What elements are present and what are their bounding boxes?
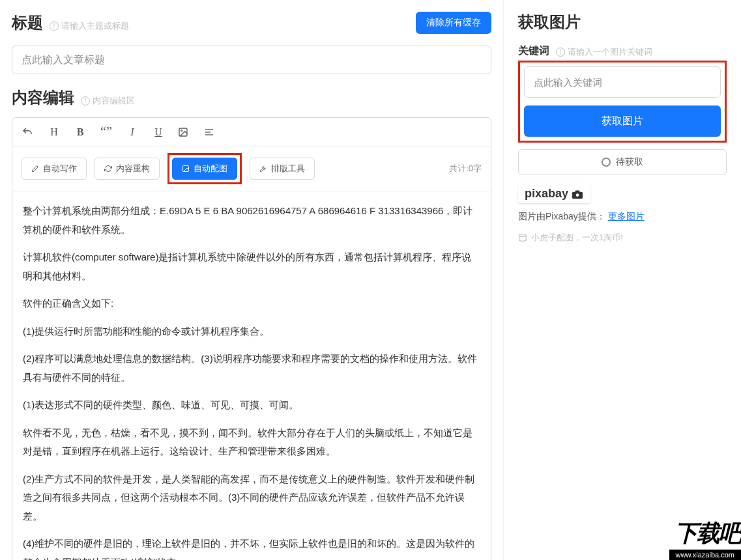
more-images-link[interactable]: 更多图片 xyxy=(608,211,645,221)
refresh-icon xyxy=(104,165,112,173)
restructure-button[interactable]: 内容重构 xyxy=(94,158,160,180)
content-paragraph: (2)生产方式不同的软件是开发，是人类智能的高发挥，而不是传统意义上的硬件制造。… xyxy=(23,470,480,526)
content-edit-label: 内容编辑 xyxy=(12,87,74,108)
get-image-button[interactable]: 获取图片 xyxy=(524,105,721,137)
disk-note: 小虎子配图，一次1淘币! xyxy=(518,232,727,244)
clear-cache-button[interactable]: 清除所有缓存 xyxy=(416,12,491,34)
title-label: 标题 xyxy=(12,12,43,33)
svg-point-6 xyxy=(576,193,579,197)
keyword-label: 关键词 xyxy=(518,44,549,58)
tool-icon xyxy=(259,165,267,173)
bold-icon[interactable]: B xyxy=(74,126,87,138)
content-edit-hint: ! 内容编辑区 xyxy=(81,95,135,107)
title-input[interactable] xyxy=(12,46,491,74)
keyword-highlight-box: 获取图片 xyxy=(518,61,727,143)
info-icon: ! xyxy=(556,48,565,57)
auto-image-highlight: 自动配图 xyxy=(167,153,242,184)
content-edit-header: 内容编辑 ! 内容编辑区 xyxy=(12,87,491,108)
auto-image-button[interactable]: 自动配图 xyxy=(172,158,237,180)
image-icon xyxy=(182,165,190,173)
content-paragraph: 软件的正确含义如下: xyxy=(23,294,480,313)
editor-content[interactable]: 整个计算机系统由两部分组成：E.69DA 5 E 6 BA 9062616964… xyxy=(12,191,491,560)
heading-icon[interactable]: H xyxy=(48,126,61,138)
action-toolbar: 自动写作 内容重构 自动配图 排版工具 共计:0字 xyxy=(12,147,491,191)
camera-icon xyxy=(571,189,584,199)
svg-point-1 xyxy=(181,130,182,131)
svg-point-7 xyxy=(519,234,527,237)
content-paragraph: (2)程序可以满意地处理信息的数据结构。(3)说明程序功能要求和程序需要的文档的… xyxy=(23,350,480,387)
pixabay-badge: pixabay xyxy=(518,184,590,203)
content-paragraph: (1)表达形式不同的硬件类型、颜色、味道、可见、可摸、可闻。 xyxy=(23,396,480,415)
content-paragraph: 整个计算机系统由两部分组成：E.69DA 5 E 6 BA 9062616964… xyxy=(23,202,480,239)
word-count: 共计:0字 xyxy=(449,163,482,175)
keyword-hint: ! 请输入一个图片关键词 xyxy=(556,46,652,58)
layout-tool-button[interactable]: 排版工具 xyxy=(250,158,315,180)
undo-icon[interactable] xyxy=(22,126,35,138)
italic-icon[interactable]: I xyxy=(126,126,139,138)
info-icon: ! xyxy=(50,21,59,31)
disk-icon xyxy=(518,233,527,242)
info-icon: ! xyxy=(81,96,90,105)
align-left-icon[interactable] xyxy=(204,127,217,137)
keyword-input[interactable] xyxy=(524,66,721,98)
content-paragraph: (1)提供运行时所需功能和性能的命令或计算机程序集合。 xyxy=(23,322,480,341)
auto-write-button[interactable]: 自动写作 xyxy=(22,158,87,180)
watermark: 下载吧 www.xiazaiba.com xyxy=(669,518,741,560)
content-paragraph: 计算机软件(computer software)是指计算机系统中除硬件以外的所有… xyxy=(23,248,480,285)
underline-icon[interactable]: U xyxy=(152,126,165,138)
title-header: 标题 ! 请输入主题或标题 清除所有缓存 xyxy=(12,12,491,34)
quote-icon[interactable]: “” xyxy=(100,124,113,139)
provider-line: 图片由Pixabay提供： 更多图片 xyxy=(518,211,727,223)
content-paragraph: 软件看不见，无色，枯燥，看不见，摸不到，闻不到。软件大部分存在于人们的头脑或纸上… xyxy=(23,424,480,461)
circle-icon xyxy=(602,158,611,167)
editor-box: H B “” I U 自动写作 内容重构 xyxy=(12,117,491,560)
pending-pill[interactable]: 待获取 xyxy=(518,149,727,175)
image-icon[interactable] xyxy=(178,127,191,137)
content-paragraph: (4)维护不同的硬件是旧的，理论上软件是旧的，并不坏，但实际上软件也是旧的和坏的… xyxy=(23,535,480,560)
sidebar-title: 获取图片 xyxy=(518,12,727,33)
title-hint: ! 请输入主题或标题 xyxy=(50,20,129,32)
pencil-icon xyxy=(31,165,39,173)
format-toolbar: H B “” I U xyxy=(12,118,491,147)
